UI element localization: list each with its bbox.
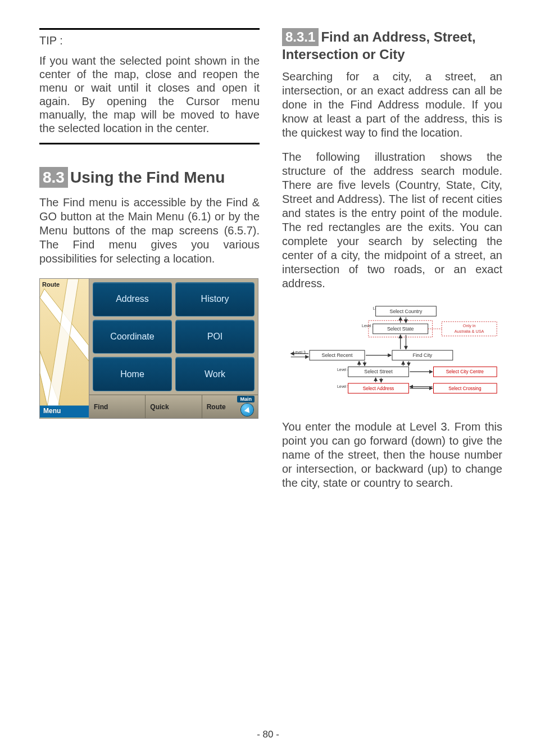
- diagram-select-city-centre: Select City Centre: [446, 369, 484, 374]
- diagram-select-country: Select Country: [390, 309, 423, 314]
- history-button[interactable]: History: [175, 282, 255, 316]
- tip-label: TIP :: [39, 34, 260, 47]
- map-menu-label: Menu: [43, 407, 61, 415]
- address-button[interactable]: Address: [93, 282, 172, 316]
- diagram-only-in-1: Only in: [463, 323, 476, 328]
- main-pill: Main: [237, 396, 255, 402]
- tab-find[interactable]: Find: [89, 395, 146, 418]
- subsection-number-badge: 8.3.1: [282, 28, 319, 46]
- find-menu-panel: Address History Coordinate POI Home Work…: [89, 279, 258, 418]
- section-number-badge: 8.3: [39, 167, 68, 188]
- map-route-label: Route: [42, 281, 60, 288]
- home-button[interactable]: Home: [93, 357, 172, 391]
- right-column: 8.3.1Find an Address, Street, Intersecti…: [282, 28, 502, 500]
- section-heading: 8.3Using the Find Menu: [39, 167, 260, 188]
- compass-icon[interactable]: [241, 404, 253, 416]
- diagram-select-state: Select State: [387, 326, 414, 332]
- tip-box: TIP : If you want the selected point sho…: [39, 28, 260, 144]
- level4-label: Level 4: [337, 368, 349, 372]
- tab-quick[interactable]: Quick: [146, 395, 202, 418]
- tip-body: If you want the selected point shown in …: [39, 54, 260, 135]
- section-body: The Find menu is accessible by the Find …: [39, 196, 260, 266]
- coordinate-button[interactable]: Coordinate: [93, 320, 172, 354]
- diagram-select-crossing: Select Crossing: [448, 386, 482, 391]
- address-module-diagram: Level 1 Level 2 Level 3 Level 4 Level 5 …: [282, 303, 502, 410]
- find-row-1: Address History: [93, 282, 255, 316]
- tab-route-label: Route: [207, 403, 226, 411]
- diagram-only-in-2: Australia & USA: [455, 329, 484, 334]
- level5-label: Level 5: [337, 384, 349, 388]
- two-column-layout: TIP : If you want the selected point sho…: [39, 28, 502, 500]
- tab-find-label: Find: [94, 403, 108, 411]
- map-roads-graphic: [40, 279, 89, 418]
- page: TIP : If you want the selected point sho…: [0, 0, 536, 523]
- find-row-2: Coordinate POI: [93, 320, 255, 354]
- diagram-find-city: Find City: [413, 352, 433, 358]
- find-row-3: Home Work: [93, 357, 255, 391]
- paragraph-3: You enter the module at Level 3. From th…: [282, 420, 502, 490]
- diagram-select-recent: Select Recent: [322, 352, 353, 358]
- diagram-select-street: Select Street: [364, 369, 393, 374]
- poi-button[interactable]: POI: [175, 320, 255, 354]
- page-number: - 80 -: [0, 729, 536, 740]
- work-button[interactable]: Work: [175, 357, 255, 391]
- left-column: TIP : If you want the selected point sho…: [39, 28, 260, 500]
- subsection-heading: 8.3.1Find an Address, Street, Intersecti…: [282, 28, 502, 63]
- paragraph-1: Searching for a city, a street, an inter…: [282, 70, 502, 140]
- map-strip: Route Menu: [40, 279, 89, 418]
- bottom-tabs: Find Quick Route Main: [89, 395, 258, 418]
- paragraph-2: The following illustration shows the str…: [282, 150, 502, 291]
- find-menu-screenshot: Route Menu Address History Coordinate PO…: [39, 278, 258, 419]
- diagram-select-address: Select Address: [363, 386, 394, 391]
- tab-route[interactable]: Route Main: [202, 395, 258, 418]
- tab-quick-label: Quick: [150, 403, 169, 411]
- level2-label: Level 2: [362, 324, 374, 328]
- section-title-text: Using the Find Menu: [70, 169, 225, 186]
